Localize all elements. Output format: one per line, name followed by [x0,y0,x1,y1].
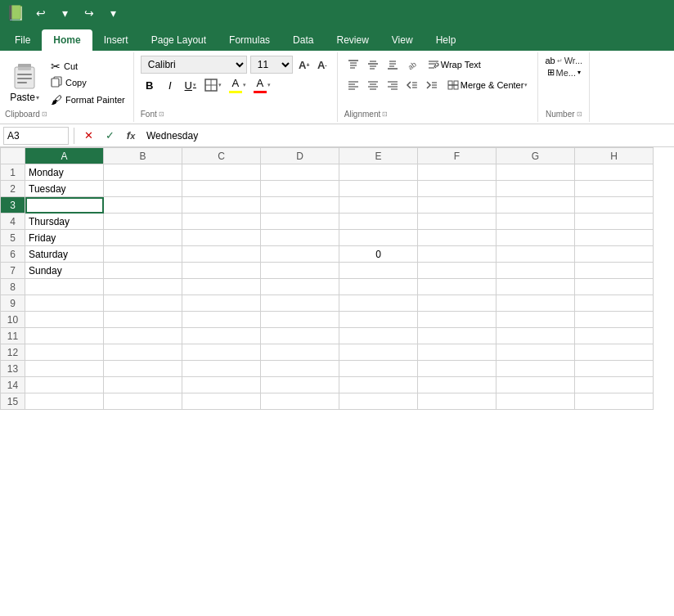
cell-E2[interactable] [339,181,418,197]
customize-button[interactable]: ▾ [106,5,121,21]
tab-file[interactable]: File [3,29,42,51]
cell-H14[interactable] [575,377,654,393]
cell-C11[interactable] [182,328,261,344]
cell-G14[interactable] [497,377,575,393]
format-painter-button[interactable]: 🖌 Format Painter [47,92,128,107]
cell-E13[interactable] [339,361,418,377]
tab-view[interactable]: View [380,29,425,51]
cell-F6[interactable] [418,246,497,263]
cell-D8[interactable] [261,279,339,295]
bottom-align-button[interactable] [384,56,402,74]
cell-A6[interactable]: Saturday [25,246,104,263]
cell-G1[interactable] [497,164,575,181]
cell-G15[interactable] [497,393,575,410]
cell-D6[interactable] [261,246,339,263]
alignment-expand-icon[interactable]: ⊡ [382,110,388,118]
cell-H9[interactable] [575,295,654,312]
row-header-1[interactable]: 1 [1,164,25,181]
cell-E12[interactable] [339,344,418,361]
cell-D1[interactable] [261,164,339,181]
center-align-button[interactable] [364,76,382,94]
fill-color-button[interactable]: A ▾ [227,76,249,94]
cell-E6[interactable]: 0 [339,246,418,263]
number-expand-icon[interactable]: ⊡ [577,110,582,118]
row-header-8[interactable]: 8 [1,279,25,295]
cell-C12[interactable] [182,344,261,361]
tab-formulas[interactable]: Formulas [218,29,281,51]
row-header-11[interactable]: 11 [1,328,25,344]
cell-H4[interactable] [575,214,654,230]
cell-F8[interactable] [418,279,497,295]
cell-H15[interactable] [575,393,654,410]
cell-C3[interactable] [182,197,261,214]
cell-A11[interactable] [25,328,104,344]
tab-review[interactable]: Review [325,29,380,51]
cell-H13[interactable] [575,361,654,377]
cell-E15[interactable] [339,393,418,410]
cell-C7[interactable] [182,263,261,279]
cell-A1[interactable]: Monday [25,164,104,181]
cell-F5[interactable] [418,230,497,246]
cell-F2[interactable] [418,181,497,197]
cell-G6[interactable] [497,246,575,263]
cell-G13[interactable] [497,361,575,377]
cell-B5[interactable] [104,230,182,246]
cell-B7[interactable] [104,263,182,279]
cell-A2[interactable]: Tuesday [25,181,104,197]
cell-A12[interactable] [25,344,104,361]
cell-B6[interactable] [104,246,182,263]
cell-D9[interactable] [261,295,339,312]
cell-D4[interactable] [261,214,339,230]
col-header-d[interactable]: D [261,148,339,164]
tab-page-layout[interactable]: Page Layout [140,29,218,51]
cell-B8[interactable] [104,279,182,295]
cell-G9[interactable] [497,295,575,312]
col-header-b[interactable]: B [104,148,182,164]
cell-B13[interactable] [104,361,182,377]
cell-D5[interactable] [261,230,339,246]
cell-A10[interactable] [25,312,104,328]
cell-G3[interactable] [497,197,575,214]
col-header-a[interactable]: A [25,148,104,164]
cell-D14[interactable] [261,377,339,393]
cell-D2[interactable] [261,181,339,197]
cell-A15[interactable] [25,393,104,410]
cell-B4[interactable] [104,214,182,230]
middle-align-button[interactable] [364,56,382,74]
cell-D10[interactable] [261,312,339,328]
cell-E8[interactable] [339,279,418,295]
cell-B9[interactable] [104,295,182,312]
cell-H12[interactable] [575,344,654,361]
cell-F4[interactable] [418,214,497,230]
cell-E1[interactable] [339,164,418,181]
cell-C9[interactable] [182,295,261,312]
angle-text-button[interactable]: ab [403,56,421,74]
row-header-2[interactable]: 2 [1,181,25,197]
col-header-g[interactable]: G [497,148,575,164]
cell-E9[interactable] [339,295,418,312]
row-header-12[interactable]: 12 [1,344,25,361]
top-align-button[interactable] [344,56,362,74]
cell-H5[interactable] [575,230,654,246]
cell-F15[interactable] [418,393,497,410]
font-size-select[interactable]: 11 [250,56,293,74]
paste-button[interactable]: Paste ▾ [5,61,44,105]
cut-button[interactable]: ✂ Cut [47,59,128,74]
cell-F14[interactable] [418,377,497,393]
cell-F9[interactable] [418,295,497,312]
tab-data[interactable]: Data [281,29,325,51]
cell-C2[interactable] [182,181,261,197]
clipboard-expand-icon[interactable]: ⊡ [42,110,47,118]
col-header-h[interactable]: H [575,148,654,164]
increase-font-size-button[interactable]: A+ [296,56,312,73]
cell-D13[interactable] [261,361,339,377]
cell-A3[interactable] [25,197,104,214]
col-header-f[interactable]: F [418,148,497,164]
copy-button[interactable]: Copy [47,75,128,91]
row-header-15[interactable]: 15 [1,393,25,410]
cell-F13[interactable] [418,361,497,377]
cell-F10[interactable] [418,312,497,328]
cell-C13[interactable] [182,361,261,377]
cell-G11[interactable] [497,328,575,344]
cell-C5[interactable] [182,230,261,246]
